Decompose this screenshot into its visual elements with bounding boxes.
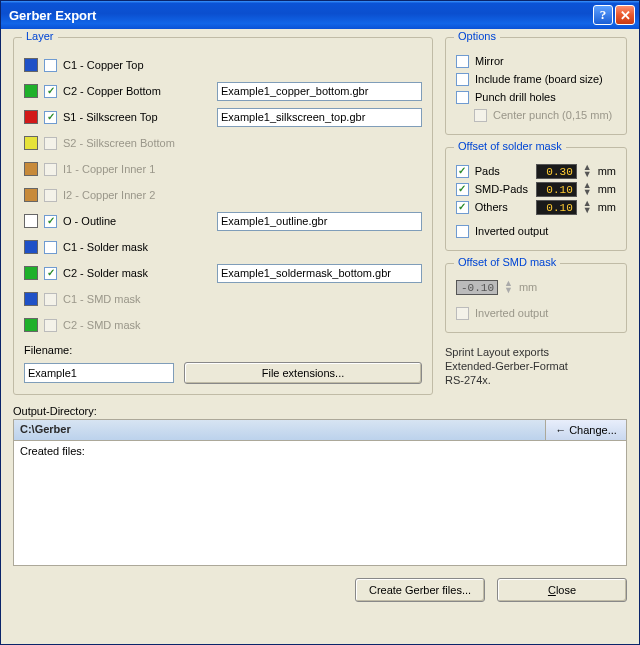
layer-checkbox[interactable] (44, 111, 57, 124)
layer-color-swatch (24, 266, 38, 280)
smd-pads-checkbox[interactable] (456, 183, 469, 196)
layer-color-swatch (24, 162, 38, 176)
layer-filename-input[interactable] (217, 82, 422, 101)
smd-value[interactable]: 0.10 (536, 182, 577, 197)
smd-mask-legend: Offset of SMD mask (454, 256, 560, 268)
solder-inverted-checkbox[interactable] (456, 225, 469, 238)
others-label: Others (475, 201, 530, 213)
created-files-box: Created files: (13, 440, 627, 566)
info-line3: RS-274x. (445, 373, 627, 387)
smd-mask-value: -0.10 (456, 280, 498, 295)
change-directory-button[interactable]: ← Change... (546, 420, 626, 440)
layer-label: I2 - Copper Inner 2 (63, 189, 155, 201)
content: Layer C1 - Copper TopC2 - Copper BottomS… (1, 29, 639, 644)
center-punch-checkbox (474, 109, 487, 122)
spin-icon[interactable]: ▲▼ (583, 182, 592, 196)
filename-input[interactable] (24, 363, 174, 383)
pads-unit: mm (598, 165, 616, 177)
layer-row: C1 - Solder mask (24, 234, 422, 260)
solder-inverted-label: Inverted output (475, 225, 548, 237)
layer-checkbox (44, 293, 57, 306)
close-button[interactable]: Close (497, 578, 627, 602)
smd-pads-label: SMD-Pads (475, 183, 530, 195)
layer-filename-input[interactable] (217, 264, 422, 283)
window-close-button[interactable]: ✕ (615, 5, 635, 25)
punch-drill-checkbox[interactable] (456, 91, 469, 104)
layer-checkbox[interactable] (44, 267, 57, 280)
others-checkbox[interactable] (456, 201, 469, 214)
layer-row: S1 - Silkscreen Top (24, 104, 422, 130)
layer-color-swatch (24, 292, 38, 306)
include-frame-checkbox[interactable] (456, 73, 469, 86)
layer-filename-input[interactable] (217, 108, 422, 127)
layer-label: I1 - Copper Inner 1 (63, 163, 155, 175)
layer-legend: Layer (22, 30, 58, 42)
layer-checkbox (44, 163, 57, 176)
layer-row: C2 - Solder mask (24, 260, 422, 286)
pads-label: Pads (475, 165, 530, 177)
layer-label: S2 - Silkscreen Bottom (63, 137, 175, 149)
layer-checkbox[interactable] (44, 215, 57, 228)
layer-color-swatch (24, 188, 38, 202)
layer-label: O - Outline (63, 215, 116, 227)
layer-row: C1 - Copper Top (24, 52, 422, 78)
layer-checkbox (44, 189, 57, 202)
layer-color-swatch (24, 110, 38, 124)
spin-icon[interactable]: ▲▼ (583, 200, 592, 214)
layer-checkbox[interactable] (44, 59, 57, 72)
others-unit: mm (598, 201, 616, 213)
layer-checkbox[interactable] (44, 241, 57, 254)
create-gerber-button[interactable]: Create Gerber files... (355, 578, 485, 602)
layer-label: C2 - Copper Bottom (63, 85, 161, 97)
layer-label: C2 - Solder mask (63, 267, 148, 279)
help-button[interactable]: ? (593, 5, 613, 25)
smd-mask-unit: mm (519, 281, 537, 293)
layer-row: S2 - Silkscreen Bottom (24, 130, 422, 156)
layer-label: C2 - SMD mask (63, 319, 141, 331)
pads-checkbox[interactable] (456, 165, 469, 178)
layer-color-swatch (24, 84, 38, 98)
gerber-export-dialog: Gerber Export ? ✕ Layer C1 - Copper TopC… (0, 0, 640, 645)
filename-label: Filename: (24, 344, 422, 356)
change-label: Change... (569, 424, 617, 436)
spin-icon[interactable]: ▲▼ (583, 164, 592, 178)
solder-mask-group: Offset of solder mask Pads0.30▲▼mm SMD-P… (445, 147, 627, 251)
layer-group: Layer C1 - Copper TopC2 - Copper BottomS… (13, 37, 433, 395)
file-extensions-button[interactable]: File extensions... (184, 362, 422, 384)
layer-row: C2 - SMD mask (24, 312, 422, 338)
export-info: Sprint Layout exports Extended-Gerber-Fo… (445, 345, 627, 387)
layer-label: C1 - SMD mask (63, 293, 141, 305)
layer-row: C1 - SMD mask (24, 286, 422, 312)
layer-filename-input[interactable] (217, 212, 422, 231)
layer-row: C2 - Copper Bottom (24, 78, 422, 104)
punch-drill-label: Punch drill holes (475, 91, 556, 103)
titlebar: Gerber Export ? ✕ (1, 1, 639, 29)
mirror-checkbox[interactable] (456, 55, 469, 68)
output-directory-path: C:\Gerber (14, 420, 546, 440)
pads-value[interactable]: 0.30 (536, 164, 577, 179)
options-legend: Options (454, 30, 500, 42)
window-title: Gerber Export (9, 8, 591, 23)
center-punch-label: Center punch (0,15 mm) (493, 109, 612, 121)
solder-mask-legend: Offset of solder mask (454, 140, 566, 152)
layer-color-swatch (24, 318, 38, 332)
layer-color-swatch (24, 240, 38, 254)
layer-row: I1 - Copper Inner 1 (24, 156, 422, 182)
layer-row: I2 - Copper Inner 2 (24, 182, 422, 208)
spin-icon: ▲▼ (504, 280, 513, 294)
layer-label: C1 - Solder mask (63, 241, 148, 253)
layer-row: O - Outline (24, 208, 422, 234)
layer-color-swatch (24, 58, 38, 72)
info-line1: Sprint Layout exports (445, 345, 627, 359)
smd-mask-group: Offset of SMD mask -0.10▲▼mm Inverted ou… (445, 263, 627, 333)
layer-color-swatch (24, 136, 38, 150)
options-group: Options Mirror Include frame (board size… (445, 37, 627, 135)
smd-inverted-label: Inverted output (475, 307, 548, 319)
layer-checkbox (44, 137, 57, 150)
smd-unit: mm (598, 183, 616, 195)
created-files-label: Created files: (20, 445, 620, 457)
layer-checkbox[interactable] (44, 85, 57, 98)
arrow-left-icon: ← (555, 424, 566, 436)
layer-checkbox (44, 319, 57, 332)
others-value[interactable]: 0.10 (536, 200, 577, 215)
